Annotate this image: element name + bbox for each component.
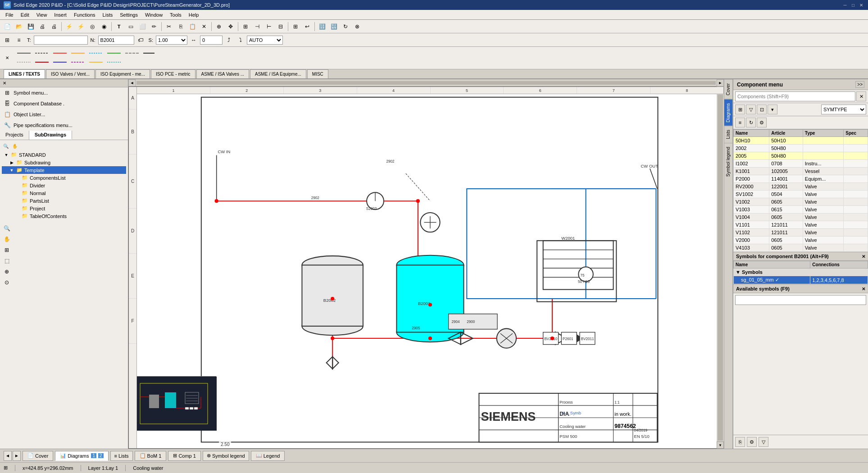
tree-normal[interactable]: ▶ 📁 Normal <box>2 189 126 197</box>
redo-group-btn[interactable]: ◉ <box>99 21 109 32</box>
undo-btn[interactable]: ↩ <box>302 21 313 32</box>
tab-asme-isa-equip[interactable]: ASME / ISA Equipme... <box>250 69 306 78</box>
flip-h-btn[interactable]: ↔ <box>188 35 199 45</box>
property-btn[interactable]: ≡ <box>14 35 24 45</box>
pencil-btn[interactable]: ✏ <box>149 21 159 32</box>
table-row[interactable]: V10020605Valve <box>734 198 868 206</box>
pipe-v-btn[interactable]: ⊢ <box>264 21 274 32</box>
lightning-btn[interactable]: ⚡ <box>64 21 74 32</box>
left-sidebar-zoom2[interactable]: ⊕ <box>2 267 12 277</box>
available-symbols-input[interactable] <box>735 295 866 305</box>
side-tab-cover[interactable]: Cover <box>724 79 732 99</box>
panel-tab-projects[interactable]: Projects <box>0 131 29 140</box>
sym-insert-btn[interactable]: ⊗ <box>352 21 363 32</box>
new-btn[interactable]: 📄 <box>2 21 13 32</box>
drawing-canvas[interactable]: A B C D E F 1 2 3 4 5 6 7 8 <box>128 86 724 449</box>
sym-col-connections[interactable]: Connections <box>810 261 868 268</box>
scissors-btn[interactable]: ✂ <box>164 21 174 32</box>
avail-sym-collapse[interactable]: ✕ <box>862 287 865 291</box>
footer-filter-btn[interactable]: ▽ <box>759 437 768 447</box>
group-btn[interactable]: ◎ <box>87 21 98 32</box>
component-search-input[interactable] <box>735 91 855 101</box>
diagrams-page-2[interactable]: 2 <box>98 453 104 458</box>
tab-lines-texts[interactable]: LINES / TEXTS <box>4 69 45 78</box>
rotate-btn[interactable]: ↻ <box>340 21 351 32</box>
tree-partslist[interactable]: ▶ 📁 PartsList <box>2 197 126 205</box>
object-lister-item[interactable]: 📋 Object Lister... <box>0 109 128 120</box>
table-row[interactable]: SV10020504Valve <box>734 191 868 198</box>
side-tab-symbol-legend[interactable]: Symbol legend <box>724 143 732 180</box>
left-sidebar-zoom-in[interactable]: 🔍 <box>2 223 12 233</box>
table-row[interactable]: V1101121011Valve <box>734 221 868 229</box>
tree-project[interactable]: ▶ 📁 Project <box>2 205 126 212</box>
tab-iso-valves[interactable]: ISO Valves / Vent... <box>46 69 95 78</box>
tab-nav-next[interactable]: ► <box>13 451 21 461</box>
btm-btn-lists[interactable]: ≡ Lists <box>110 451 133 461</box>
tree-componentslist[interactable]: ▶ 📁 ComponentsList <box>2 174 126 182</box>
menu-view[interactable]: View <box>33 10 51 20</box>
select-all-btn[interactable]: ⊞ <box>2 35 13 45</box>
main-drawing-svg[interactable]: CW IN CW OUT W2001 B20 <box>137 94 723 448</box>
angle-input[interactable] <box>200 36 223 45</box>
pipe-h-btn[interactable]: ⊣ <box>252 21 263 32</box>
table-row[interactable]: V20000605Valve <box>734 236 868 244</box>
print-preview-btn[interactable]: 🖨 <box>49 21 59 32</box>
tab-asme-isa-valves[interactable]: ASME / ISA Valves ... <box>196 69 249 78</box>
menu-lists[interactable]: Lists <box>99 10 117 20</box>
side-tab-diagrams[interactable]: Diagrams <box>724 99 732 126</box>
tag-btn[interactable]: 🏷 <box>135 35 146 45</box>
col-name[interactable]: Name <box>734 130 769 137</box>
tree-standard[interactable]: ▼ 📁 STANDARD <box>2 151 126 159</box>
left-panel-close-btn[interactable]: ✕ <box>3 81 6 86</box>
minimize-btn[interactable]: ─ <box>842 2 848 8</box>
auto-select[interactable]: AUTO <box>247 36 283 45</box>
scale-select[interactable]: 1.00 <box>156 36 187 45</box>
side-tab-lists[interactable]: Lists <box>724 126 732 143</box>
tree-expander-subdrawing[interactable]: ▶ <box>9 160 14 165</box>
tab-iso-equipment[interactable]: ISO Equipment - me... <box>95 69 150 78</box>
pipe-spec-item[interactable]: 🔧 Pipe specifications menu... <box>0 120 128 131</box>
calc2-btn[interactable]: 🔣 <box>328 21 339 32</box>
rotate-ccw-btn[interactable]: ⤵ <box>235 35 246 45</box>
tree-template[interactable]: ▼ 📁 Template <box>2 166 126 174</box>
maximize-btn[interactable]: □ <box>850 2 856 8</box>
table-row[interactable]: 50H1050H10 <box>734 137 868 145</box>
sym-col-name[interactable]: Name <box>734 261 810 268</box>
comp-type-filter[interactable]: SYMTYPE <box>821 105 866 114</box>
panel-tab-subdrawings[interactable]: SubDrawings <box>29 131 72 140</box>
menu-help[interactable]: Help <box>185 10 203 20</box>
scroll-down-btn[interactable]: ▼ <box>717 441 724 449</box>
tree-tool-2[interactable]: ✋ <box>11 142 19 150</box>
comp-view-btn[interactable]: ⊡ <box>757 105 767 114</box>
component-db-item[interactable]: 🗄 Component Database . <box>0 98 128 109</box>
rotate-cw-btn[interactable]: ⤴ <box>223 35 234 45</box>
symbol-menu-item[interactable]: ⊞ Symbol menu... <box>0 87 128 98</box>
menu-window[interactable]: Window <box>141 10 166 20</box>
footer-copy-btn[interactable]: ⎘ <box>735 437 745 447</box>
expand-btn[interactable]: >> <box>855 81 864 88</box>
left-sidebar-fit[interactable]: ⊞ <box>2 245 12 255</box>
symbol-row-active[interactable]: sg_01_05_mm ✓ 1,2,3,4,5,6,7,8 <box>734 276 868 284</box>
tree-tool-1[interactable]: 🔍 <box>2 142 10 150</box>
table-row[interactable]: V10030615Valve <box>734 206 868 214</box>
table-row[interactable]: RV2000122001Valve <box>734 183 868 191</box>
comp-filter-btn[interactable]: ▽ <box>746 105 756 114</box>
symbols-collapse-btn[interactable]: ✕ <box>862 254 865 259</box>
copy-btn[interactable]: ⎘ <box>175 21 186 32</box>
left-sidebar-extra[interactable]: ⊙ <box>2 277 12 287</box>
btm-btn-symbol-legend[interactable]: ⊗ Symbol legend <box>203 451 249 461</box>
close-btn[interactable]: ✕ <box>858 2 864 8</box>
tree-divider[interactable]: ▶ 📁 Divider <box>2 182 126 189</box>
delete-btn[interactable]: ✕ <box>199 21 209 32</box>
tab-iso-pce[interactable]: ISO PCE - metric <box>151 69 195 78</box>
n-input[interactable] <box>98 36 134 45</box>
menu-tools[interactable]: Tools <box>166 10 185 20</box>
corner-rect-btn[interactable]: ⬜ <box>137 21 148 32</box>
cross-btn[interactable]: ⊕ <box>214 21 224 32</box>
move-btn[interactable]: ✥ <box>225 21 236 32</box>
print-btn[interactable]: 🖨 <box>37 21 48 32</box>
btm-tab-cover[interactable]: 📄 Cover <box>23 451 53 461</box>
menu-settings[interactable]: Settings <box>116 10 141 20</box>
save-btn[interactable]: 💾 <box>25 21 36 32</box>
table-row[interactable]: 200250H80 <box>734 145 868 152</box>
